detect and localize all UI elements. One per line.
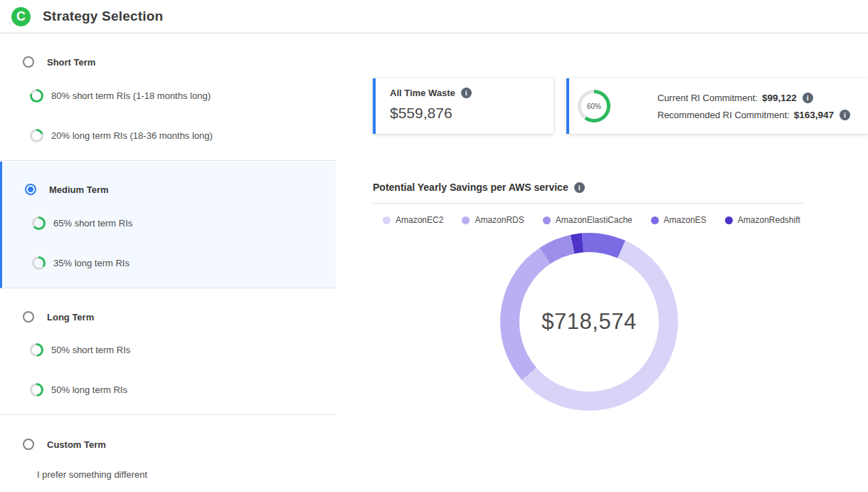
strategy-label: Short Term [47, 57, 95, 68]
legend-item-amazones[interactable]: AmazonES [651, 215, 706, 225]
info-icon[interactable] [574, 182, 585, 193]
strategy-option-short-term[interactable]: Short Term 80% short term RIs (1-18 mont… [0, 43, 336, 161]
legend-label: AmazonRDS [475, 215, 524, 225]
strategy-option-custom-term[interactable]: Custom Term I prefer something different [0, 416, 336, 492]
commitment-gauge: 60% [578, 90, 610, 122]
strategy-sub-option: 80% short term RIs (1-18 months long) [51, 90, 211, 101]
strategy-sub-option: 65% short term RIs [53, 218, 132, 229]
recommended-commitment-value: $163,947 [794, 110, 834, 120]
legend-dot [651, 216, 659, 224]
legend-label: AmazonES [664, 215, 706, 225]
strategy-sub-option: 50% long term RIs [51, 384, 127, 395]
legend-label: AmazonEC2 [396, 215, 443, 225]
strategy-option-medium-term[interactable]: Medium Term 65% short term RIs 35% long … [0, 162, 336, 288]
current-commitment-value: $99,122 [762, 93, 797, 103]
current-commitment-row: Current RI Commitment: $99,122 [657, 93, 850, 103]
strategy-label: Medium Term [49, 184, 109, 195]
custom-term-description: I prefer something different [37, 469, 336, 480]
recommended-commitment-row: Recommended RI Commitment: $163,947 [657, 110, 850, 120]
radio-medium-term[interactable] [25, 184, 36, 195]
legend-label: AmazonRedshift [738, 215, 800, 225]
chart-legend: AmazonEC2 AmazonRDS AmazonElastiCache Am… [383, 215, 800, 225]
brand-logo-icon [11, 7, 31, 26]
waste-card-title: All Time Waste [390, 88, 455, 98]
progress-ring-icon [30, 343, 43, 357]
info-icon[interactable] [840, 110, 850, 120]
savings-section-header: Potential Yearly Savings per AWS service [373, 182, 804, 204]
strategy-sub-option: 20% long term RIs (18-36 months long) [51, 130, 213, 141]
radio-short-term[interactable] [23, 56, 34, 68]
recommended-commitment-label: Recommended RI Commitment: [657, 110, 790, 120]
legend-item-amazonrds[interactable]: AmazonRDS [462, 215, 524, 225]
radio-custom-term[interactable] [23, 439, 34, 450]
gauge-percent-label: 60% [587, 103, 601, 110]
strategy-label: Custom Term [47, 439, 106, 450]
progress-ring-icon [30, 129, 43, 142]
legend-item-amazonredshift[interactable]: AmazonRedshift [725, 215, 800, 225]
strategy-sub-option: 50% short term RIs [51, 345, 130, 355]
strategy-label: Long Term [47, 312, 94, 323]
page-header: Strategy Selection [0, 0, 868, 33]
progress-ring-icon [30, 89, 43, 103]
legend-dot [725, 216, 733, 224]
info-icon[interactable] [803, 93, 813, 103]
legend-dot [543, 216, 551, 224]
legend-item-amazonelasticache[interactable]: AmazonElastiCache [543, 215, 633, 225]
radio-long-term[interactable] [23, 311, 34, 323]
progress-ring-icon [32, 216, 46, 230]
strategy-sub-option: 35% long term RIs [53, 258, 129, 268]
legend-item-amazonec2[interactable]: AmazonEC2 [383, 215, 443, 225]
all-time-waste-card: All Time Waste $559,876 [373, 78, 554, 134]
progress-ring-icon [30, 383, 43, 397]
info-icon[interactable] [461, 88, 472, 98]
legend-label: AmazonElastiCache [556, 215, 633, 225]
savings-donut-chart: $718,574 [500, 233, 678, 411]
savings-total-value: $718,574 [541, 309, 636, 335]
ri-commitment-card: 60% Current RI Commitment: $99,122 Recom… [566, 78, 868, 134]
progress-ring-icon [32, 256, 46, 270]
strategy-selection-page: Strategy Selection Short Term 80% short … [0, 0, 868, 492]
page-title: Strategy Selection [43, 9, 163, 24]
waste-value: $559,876 [390, 105, 544, 122]
current-commitment-label: Current RI Commitment: [657, 93, 758, 103]
strategy-option-long-term[interactable]: Long Term 50% short term RIs 50% long te… [0, 289, 336, 415]
legend-dot [462, 216, 470, 224]
legend-dot [383, 216, 391, 224]
savings-title: Potential Yearly Savings per AWS service [373, 182, 568, 193]
